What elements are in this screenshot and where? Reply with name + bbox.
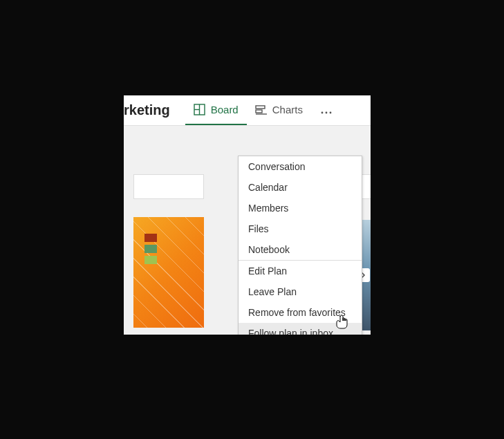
menu-item-follow-inbox[interactable]: Follow plan in inbox [239, 323, 362, 335]
menu-item-conversation[interactable]: Conversation [239, 156, 362, 177]
board-icon [194, 104, 205, 115]
svg-point-7 [326, 112, 328, 114]
svg-point-6 [321, 112, 324, 114]
menu-item-remove-favorites[interactable]: Remove from favorites [239, 302, 362, 323]
svg-point-8 [330, 112, 332, 114]
svg-rect-4 [256, 110, 262, 113]
header: rketing Board Charts [124, 95, 371, 126]
tab-board[interactable]: Board [185, 95, 247, 125]
bucket-card[interactable] [133, 174, 204, 199]
tab-label: Charts [272, 104, 303, 115]
tab-label: Board [211, 104, 239, 115]
plan-title: rketing [124, 102, 170, 118]
menu-item-files[interactable]: Files [239, 218, 362, 239]
menu-item-notebook[interactable]: Notebook [239, 239, 362, 260]
card-swatch [144, 245, 157, 253]
menu-item-edit-plan[interactable]: Edit Plan [239, 261, 362, 281]
card-swatch [144, 256, 157, 264]
tab-charts[interactable]: Charts [247, 95, 311, 125]
more-menu: Conversation Calendar Members Files Note… [238, 156, 362, 335]
menu-item-leave-plan[interactable]: Leave Plan [239, 281, 362, 302]
menu-item-calendar[interactable]: Calendar [239, 177, 362, 198]
card-swatch [144, 234, 157, 242]
planner-window: rketing Board Charts [124, 95, 371, 335]
menu-item-members[interactable]: Members [239, 198, 362, 218]
charts-icon [255, 104, 267, 115]
more-button[interactable] [311, 95, 342, 125]
svg-rect-5 [256, 106, 265, 109]
task-card-orange[interactable] [133, 217, 204, 328]
ellipsis-icon [321, 103, 332, 118]
content-area: Conversation Calendar Members Files Note… [124, 126, 371, 335]
